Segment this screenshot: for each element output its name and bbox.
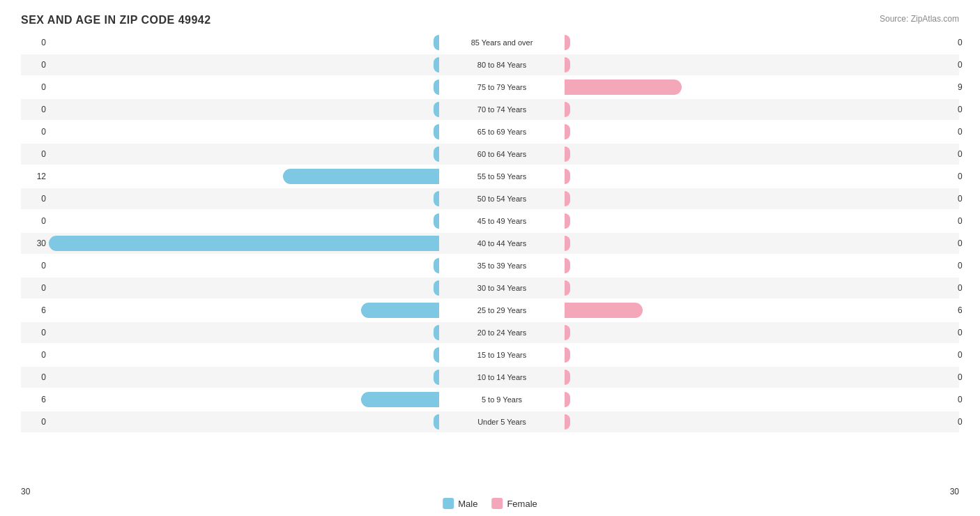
age-label: 25 to 29 Years [477, 306, 526, 314]
male-bar-area [49, 414, 439, 430]
male-value: 6 [21, 305, 49, 315]
female-bar-area [565, 370, 955, 385]
male-bar-area [49, 169, 439, 184]
chart-area: 085 Years and over0080 to 84 Years0075 t… [21, 32, 959, 464]
male-value: 0 [21, 350, 49, 360]
male-bar-area [49, 79, 439, 95]
female-value: 0 [955, 38, 980, 47]
bar-row: 020 to 24 Years0 [21, 322, 959, 343]
age-label: 30 to 34 Years [477, 284, 526, 292]
female-bar-area [565, 392, 955, 407]
male-value: 0 [21, 261, 49, 271]
male-bar [434, 191, 439, 206]
male-bar-area [49, 392, 439, 407]
female-bar [565, 213, 570, 229]
female-bar-area [565, 57, 955, 73]
female-value: 0 [955, 328, 980, 337]
center-label-wrap: 10 to 14 Years [439, 373, 565, 381]
age-label: 20 to 24 Years [477, 328, 526, 337]
legend-male: Male [443, 498, 477, 509]
male-bar-area [49, 236, 439, 251]
female-value: 0 [955, 105, 980, 114]
bar-row: 65 to 9 Years0 [21, 389, 959, 410]
female-bar-area [565, 280, 955, 296]
male-bar-area [49, 280, 439, 296]
male-value: 6 [21, 395, 49, 404]
bar-row: 015 to 19 Years0 [21, 344, 959, 365]
male-bar [434, 57, 439, 73]
female-bar-area [565, 347, 955, 363]
male-value: 0 [21, 372, 49, 382]
bar-row: 085 Years and over0 [21, 32, 959, 53]
male-bar [283, 169, 439, 184]
female-legend-label: Female [507, 499, 537, 509]
female-bar [565, 169, 570, 184]
female-value: 0 [955, 372, 980, 382]
female-value: 9 [955, 82, 980, 92]
bar-row: 010 to 14 Years0 [21, 367, 959, 388]
center-label-wrap: 50 to 54 Years [439, 195, 565, 203]
female-value: 0 [955, 149, 980, 159]
female-bar-area [565, 236, 955, 251]
female-bar-area [565, 213, 955, 229]
male-value: 30 [21, 238, 49, 248]
female-bar [565, 124, 570, 139]
male-bar [361, 392, 439, 407]
bar-row: 065 to 69 Years0 [21, 121, 959, 142]
bar-row: 060 to 64 Years0 [21, 144, 959, 165]
male-bar-area [49, 57, 439, 73]
male-bar-area [49, 325, 439, 340]
bar-row: 1255 to 59 Years0 [21, 166, 959, 187]
female-bar-area [565, 146, 955, 162]
male-value: 12 [21, 172, 49, 181]
female-bar [565, 79, 682, 95]
bar-row: 045 to 49 Years0 [21, 211, 959, 232]
bar-row: 075 to 79 Years9 [21, 77, 959, 98]
bar-row: 070 to 74 Years0 [21, 99, 959, 120]
male-value: 0 [21, 149, 49, 159]
age-label: 70 to 74 Years [477, 105, 526, 114]
female-value: 0 [955, 417, 980, 427]
male-value: 0 [21, 38, 49, 47]
female-bar [565, 414, 570, 430]
center-label-wrap: 30 to 34 Years [439, 284, 565, 292]
male-bar [434, 347, 439, 363]
female-bar-area [565, 414, 955, 430]
female-bar [565, 191, 570, 206]
female-bar [565, 258, 570, 273]
age-label: 45 to 49 Years [477, 217, 526, 225]
male-value: 0 [21, 127, 49, 137]
female-bar [565, 57, 570, 73]
male-bar [434, 258, 439, 273]
male-value: 0 [21, 194, 49, 204]
axis-right-label: 30 [950, 487, 959, 496]
age-label: 75 to 79 Years [477, 83, 526, 91]
female-value: 6 [955, 305, 980, 315]
male-bar [434, 280, 439, 296]
female-value: 0 [955, 238, 980, 248]
male-bar-area [49, 191, 439, 206]
male-bar-area [49, 35, 439, 50]
center-label-wrap: 35 to 39 Years [439, 261, 565, 270]
age-label: Under 5 Years [477, 418, 526, 426]
age-label: 5 to 9 Years [482, 395, 522, 404]
female-bar [565, 102, 570, 117]
female-bar-area [565, 325, 955, 340]
center-label-wrap: 15 to 19 Years [439, 351, 565, 359]
center-label-wrap: 55 to 59 Years [439, 172, 565, 181]
age-label: 65 to 69 Years [477, 128, 526, 136]
bar-row: 035 to 39 Years0 [21, 255, 959, 276]
center-label-wrap: 75 to 79 Years [439, 83, 565, 91]
female-bar-area [565, 258, 955, 273]
age-label: 35 to 39 Years [477, 261, 526, 270]
female-value: 0 [955, 395, 980, 404]
female-value: 0 [955, 216, 980, 226]
source-label: Source: ZipAtlas.com [880, 14, 959, 24]
center-label-wrap: 20 to 24 Years [439, 328, 565, 337]
male-value: 0 [21, 60, 49, 70]
legend-female: Female [491, 498, 537, 509]
male-bar [434, 124, 439, 139]
bar-row: 050 to 54 Years0 [21, 188, 959, 209]
center-label-wrap: 60 to 64 Years [439, 150, 565, 158]
age-label: 40 to 44 Years [477, 239, 526, 248]
